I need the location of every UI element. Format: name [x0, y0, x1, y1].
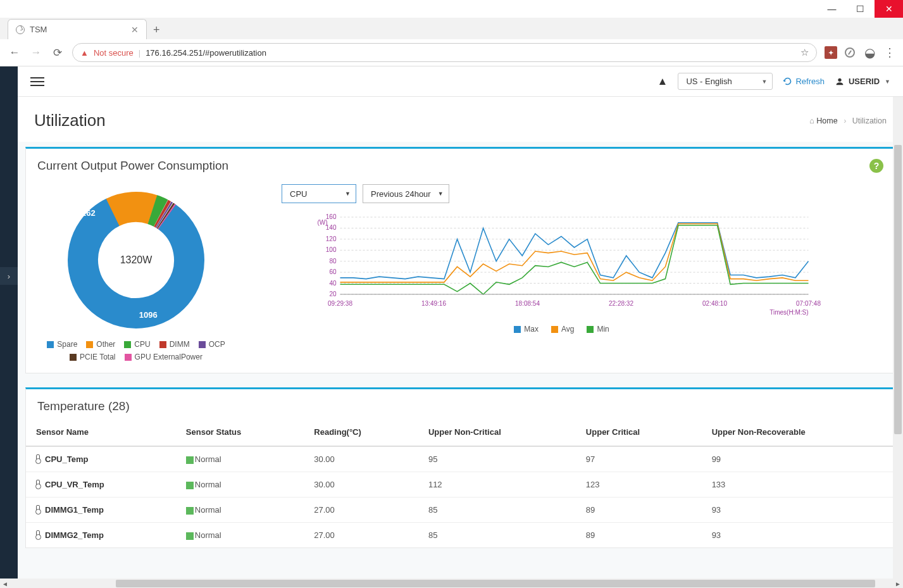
status-swatch	[186, 456, 194, 464]
browser-tab[interactable]: TSM ✕	[8, 19, 147, 39]
legend-swatch	[124, 341, 131, 348]
tab-title: TSM	[30, 25, 126, 34]
thermometer-icon	[36, 530, 40, 538]
metric-select[interactable]: CPU	[282, 184, 356, 203]
table-row[interactable]: CPU_Temp Normal 30.00 95 97 99	[26, 446, 895, 472]
browser-menu-icon[interactable]: ⋮	[884, 46, 895, 59]
column-header[interactable]: Sensor Name	[26, 418, 176, 446]
legend-item[interactable]: Max	[514, 325, 539, 334]
legend-swatch	[125, 354, 132, 361]
svg-text:100: 100	[326, 246, 337, 253]
status-swatch	[186, 507, 194, 515]
power-line-chart: 16014012010080604020(W)09:29:3813:49:161…	[263, 212, 861, 320]
temperature-panel-title: Temperature (28)	[37, 399, 130, 413]
legend-item[interactable]: Spare	[47, 340, 77, 349]
svg-text:(W): (W)	[318, 219, 328, 226]
legend-swatch	[86, 341, 93, 348]
new-tab-button[interactable]: +	[147, 21, 166, 39]
legend-item[interactable]: PCIE Total	[70, 353, 115, 361]
pdf-extension-icon[interactable]: ✦	[825, 46, 837, 59]
svg-text:18:08:54: 18:08:54	[515, 300, 540, 307]
breadcrumb: ⌂ Home › Utilization	[809, 116, 887, 125]
status-swatch	[186, 532, 194, 540]
column-header[interactable]: Upper Critical	[576, 418, 702, 446]
legend-swatch	[551, 326, 558, 333]
svg-text:80: 80	[329, 258, 337, 265]
horizontal-scrollbar[interactable]: ◄ ►	[0, 579, 903, 588]
reload-button[interactable]: ⟳	[51, 46, 65, 59]
url-text: 176.16.254.251/#powerutilization	[146, 48, 266, 58]
legend-item[interactable]: OCP	[199, 340, 225, 349]
forward-button: →	[29, 46, 43, 59]
hamburger-menu[interactable]	[30, 77, 44, 86]
svg-text:09:29:38: 09:29:38	[328, 300, 352, 307]
temperature-panel: Temperature (28) Sensor NameSensor Statu…	[25, 387, 895, 548]
table-row[interactable]: DIMMG2_Temp Normal 27.00 85 89 93	[26, 523, 895, 548]
user-dropdown[interactable]: USERID	[835, 77, 890, 87]
legend-item[interactable]: DIMM	[159, 340, 190, 349]
back-button[interactable]: ←	[8, 46, 22, 59]
legend-item[interactable]: Other	[86, 340, 115, 349]
svg-text:07:07:48: 07:07:48	[796, 300, 821, 307]
sidebar-expand-button[interactable]: ›	[0, 267, 18, 285]
home-icon: ⌂	[809, 116, 814, 125]
window-maximize[interactable]: ☐	[846, 0, 875, 18]
column-header[interactable]: Sensor Status	[176, 418, 304, 446]
legend-item[interactable]: GPU ExternalPower	[125, 353, 202, 361]
table-row[interactable]: CPU_VR_Temp Normal 30.00 112 123 133	[26, 472, 895, 497]
legend-swatch	[70, 354, 77, 361]
refresh-icon	[783, 77, 792, 86]
svg-text:02:48:10: 02:48:10	[702, 300, 727, 307]
refresh-button[interactable]: Refresh	[783, 77, 825, 86]
extension-icon[interactable]	[845, 47, 855, 58]
profile-icon[interactable]: ◒	[863, 45, 876, 60]
user-icon	[835, 77, 845, 87]
breadcrumb-home-link[interactable]: Home	[816, 116, 837, 125]
svg-text:20: 20	[329, 291, 337, 297]
legend-swatch	[514, 326, 521, 333]
legend-swatch	[587, 326, 594, 333]
not-secure-icon[interactable]: ▲	[80, 48, 89, 58]
svg-text:60: 60	[329, 268, 337, 275]
temperature-table: Sensor NameSensor StatusReading(°C)Upper…	[26, 418, 895, 547]
close-tab-icon[interactable]: ✕	[131, 25, 139, 35]
legend-item[interactable]: Min	[587, 325, 609, 334]
donut-legend: SpareOtherCPUDIMMOCPPCIE TotalGPU Extern…	[35, 340, 237, 361]
line-chart-legend: MaxAvgMin	[263, 325, 861, 334]
legend-swatch	[159, 341, 166, 348]
status-swatch	[186, 482, 194, 489]
help-icon[interactable]: ?	[869, 159, 883, 173]
column-header[interactable]: Upper Non-Recoverable	[702, 418, 895, 446]
page-title: Utilization	[34, 111, 106, 130]
column-header[interactable]: Upper Non-Critical	[418, 418, 576, 446]
legend-swatch	[199, 341, 206, 348]
language-select[interactable]: US - English	[678, 73, 773, 90]
vertical-scrollbar[interactable]	[893, 97, 903, 579]
thermometer-icon	[36, 505, 40, 513]
svg-text:Times(H:M:S): Times(H:M:S)	[769, 309, 808, 316]
legend-item[interactable]: Avg	[551, 325, 574, 334]
globe-icon	[16, 25, 25, 34]
svg-text:13:49:16: 13:49:16	[421, 300, 446, 307]
alert-icon[interactable]: ▲	[657, 75, 668, 88]
not-secure-label: Not secure	[94, 48, 134, 58]
power-consumption-panel: Current Output Power Consumption ?	[25, 147, 895, 373]
column-header[interactable]: Reading(°C)	[304, 418, 418, 446]
svg-text:120: 120	[326, 235, 337, 242]
range-select[interactable]: Previous 24hour	[363, 184, 449, 203]
address-bar[interactable]: ▲ Not secure | 176.16.254.251/#powerutil…	[72, 43, 817, 62]
table-row[interactable]: DIMMG1_Temp Normal 27.00 85 89 93	[26, 497, 895, 523]
legend-swatch	[47, 341, 54, 348]
breadcrumb-current: Utilization	[852, 116, 887, 125]
thermometer-icon	[36, 454, 40, 462]
donut-other-label: 162	[82, 208, 96, 218]
window-close[interactable]: ✕	[875, 0, 903, 18]
thermometer-icon	[36, 480, 40, 487]
legend-item[interactable]: CPU	[124, 340, 150, 349]
svg-text:22:28:32: 22:28:32	[609, 300, 633, 307]
power-panel-title: Current Output Power Consumption	[37, 159, 228, 173]
donut-center-value: 1320W	[120, 254, 153, 266]
window-minimize[interactable]: —	[818, 0, 846, 18]
power-donut-chart: 1320W 1096 162	[60, 184, 212, 336]
bookmark-star-icon[interactable]: ☆	[800, 47, 809, 58]
